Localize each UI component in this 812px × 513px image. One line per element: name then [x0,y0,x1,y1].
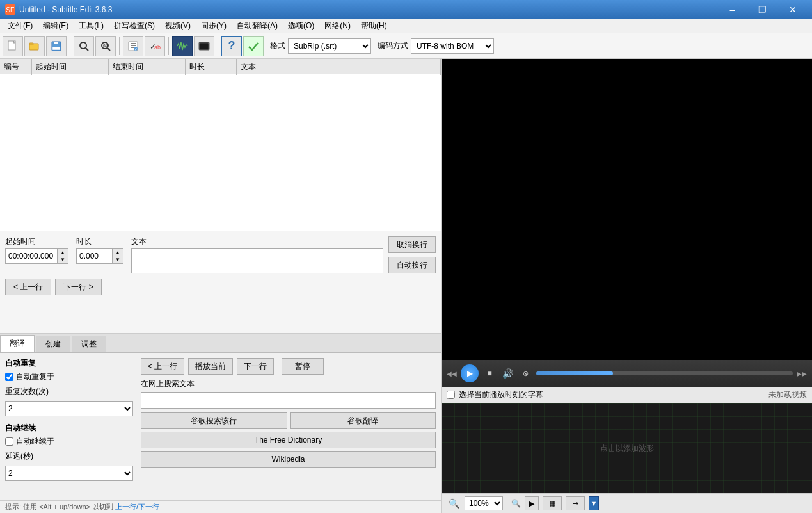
text-input[interactable] [131,248,383,273]
open-button[interactable] [24,36,45,56]
video-area[interactable] [442,59,812,360]
svg-rect-21 [208,42,209,44]
search-button[interactable] [74,36,94,56]
menu-tools[interactable]: 工具(L) [74,19,109,33]
auto-continue-checkbox-row: 自动继续于 [5,436,133,447]
spell-button[interactable]: ✓ abc [145,36,165,56]
subtitle-preview-checkbox[interactable] [447,391,455,399]
help-button[interactable]: ? [221,36,242,56]
waveform-jump-button[interactable]: ⇥ [566,496,585,510]
toolbar-sep-3 [168,37,169,55]
waveform-grid-button[interactable]: ▦ [543,496,562,510]
trans-next-button[interactable]: 下一行 [237,358,274,375]
close-button[interactable]: ✕ [778,0,807,19]
menu-options[interactable]: 选项(O) [283,19,319,33]
replace-button[interactable]: ab [95,36,116,56]
format-select[interactable]: SubRip (.srt) [288,38,371,54]
video-frame-button[interactable] [194,36,214,56]
svg-text:✓: ✓ [134,47,138,51]
grid-body[interactable] [0,74,441,231]
mute-button[interactable]: ⊗ [518,366,532,380]
duration-input[interactable] [77,249,112,263]
waveform-text: 点击以添加波形 [600,443,654,454]
start-time-up[interactable]: ▲ [58,249,68,256]
trans-prev-button[interactable]: < 上一行 [141,358,184,375]
auto-repeat-title: 自动重复 [5,358,133,369]
auto-repeat-checkbox[interactable] [5,373,13,381]
edit-area: 起始时间 ▲ ▼ 时长 ▲ ▼ [0,231,441,334]
start-time-down[interactable]: ▼ [58,256,68,263]
auto-repeat-group: 自动重复 自动重复于 重复次数(次) 2 1 3 5 [5,358,133,416]
col-start: 起始时间 [32,59,109,75]
svg-line-10 [107,48,110,51]
menu-edit[interactable]: 编辑(E) [38,19,74,33]
progress-bar[interactable] [536,371,793,375]
web-search-input[interactable] [141,392,436,409]
restore-button[interactable]: ❐ [748,0,777,19]
auto-repeat-at-label: 自动重复于 [16,371,54,382]
menu-help[interactable]: 帮助(H) [356,19,392,33]
duration-down[interactable]: ▼ [113,256,123,263]
volume-button[interactable]: 🔊 [500,366,514,380]
start-time-spinner[interactable]: ▲ ▼ [5,248,68,264]
subtitle-preview-header: 选择当前播放时刻的字幕 未加载视频 [442,387,812,403]
trans-pause-button[interactable]: 暂停 [282,358,324,375]
search-label: 在网上搜索文本 [141,379,436,389]
web-buttons: 谷歌搜索该行 谷歌翻译 The Free Dictionary Wikipedi… [141,412,436,468]
tab-adjust[interactable]: 调整 [72,336,106,352]
auto-continue-group: 自动继续 自动继续于 延迟(秒) 2 1 3 5 [5,423,133,481]
fix-button[interactable]: ✓ [123,36,143,56]
waveform-play-button[interactable]: ▶ [525,496,539,510]
wikipedia-button[interactable]: Wikipedia [141,451,436,468]
menu-file[interactable]: 文件(F) [3,19,38,33]
stop-button[interactable]: ■ [482,366,497,380]
menu-sync[interactable]: 同步(Y) [196,19,232,33]
free-dictionary-button[interactable]: The Free Dictionary [141,432,436,448]
auto-replace-button[interactable]: 自动换行 [388,257,436,273]
prev-row-button[interactable]: < 上一行 [5,279,51,295]
window-controls: – ❐ ✕ [718,0,807,19]
delay-select[interactable]: 2 1 3 5 [5,466,133,481]
repeat-count-label: 重复次数(次) [5,386,133,397]
auto-continue-checkbox[interactable] [5,437,13,446]
duration-up[interactable]: ▲ [113,249,123,256]
duration-spinner[interactable]: ▲ ▼ [76,248,123,264]
hint-link[interactable]: 上一行/下一行 [115,503,159,510]
menu-auto-translate[interactable]: 自动翻译(A) [232,19,283,33]
encoding-select[interactable]: UTF-8 with BOM [411,38,494,54]
zoom-in-button[interactable]: +🔍 [507,496,521,510]
bottom-panel: 翻译 创建 调整 自动重复 自动重复于 重复次数(次) 2 [0,334,441,513]
tab-translate[interactable]: 翻译 [0,335,35,352]
spell-active-button[interactable] [243,36,264,56]
tab-create[interactable]: 创建 [36,336,70,352]
svg-text:ab: ab [103,43,108,47]
left-panel: 编号 起始时间 结束时间 时长 文本 起始时间 ▲ ▼ [0,59,442,513]
cancel-replace-button[interactable]: 取消换行 [388,236,436,253]
google-translate-button[interactable]: 谷歌翻译 [290,412,436,429]
menu-spell[interactable]: 拼写检查(S) [109,19,160,33]
waveform-marker-button[interactable]: ▼ [589,496,599,510]
repeat-count-select[interactable]: 2 1 3 5 [5,401,133,416]
main-content: 编号 起始时间 结束时间 时长 文本 起始时间 ▲ ▼ [0,59,812,513]
start-time-input[interactable] [6,249,57,263]
svg-rect-6 [52,47,60,50]
waveform-area[interactable]: 点击以添加波形 [442,403,812,493]
zoom-select[interactable]: 100% 50% 75% 150% 200% [465,496,503,510]
trans-play-current-button[interactable]: 播放当前 [188,358,233,375]
play-button[interactable]: ▶ [461,364,479,382]
progress-fill [536,371,613,375]
svg-rect-20 [199,42,200,44]
next-row-button[interactable]: 下一行 > [55,279,101,295]
google-search-button[interactable]: 谷歌搜索该行 [141,412,287,429]
auto-continue-at-label: 自动继续于 [16,436,54,447]
new-button[interactable] [3,36,23,56]
zoom-out-button[interactable]: 🔍 [447,496,461,510]
save-button[interactable] [46,36,67,56]
minimize-button[interactable]: – [718,0,747,19]
menu-video[interactable]: 视频(V) [160,19,196,33]
waveform-button[interactable] [172,36,193,56]
menu-network[interactable]: 网络(N) [319,19,356,33]
col-end: 结束时间 [109,59,186,75]
tab-content-translate: 自动重复 自动重复于 重复次数(次) 2 1 3 5 [0,353,441,500]
toolbar-sep-2 [119,37,120,55]
